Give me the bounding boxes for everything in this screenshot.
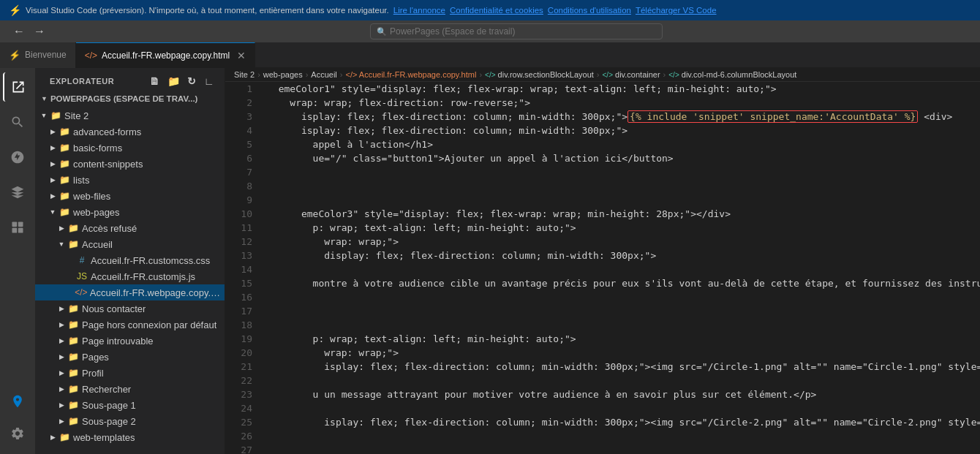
activity-search-icon[interactable] [3, 107, 32, 137]
announcement-link2[interactable]: Confidentialité et cookies [450, 6, 543, 15]
collapse-icon[interactable]: ∟ [203, 74, 216, 88]
code-line-26[interactable] [267, 429, 980, 443]
code-line-16[interactable] [267, 290, 980, 304]
tree-item-label: web-templates [73, 432, 135, 443]
template-highlight: {% include 'snippet' snippet_name:'Accou… [627, 110, 918, 123]
code-line-9[interactable] [267, 193, 980, 207]
code-line-13[interactable]: display: flex; flex-direction: column; m… [267, 249, 980, 262]
code-line-1[interactable]: emeColor1" style="display: flex; flex-wr… [267, 82, 980, 96]
tree-item-web-pages[interactable]: ▼📁web-pages [35, 204, 225, 220]
code-line-19[interactable]: p: wrap; text-align: left; min-height: a… [267, 332, 980, 346]
tree-item-sous-page-2[interactable]: ▶📁Sous-page 2 [35, 413, 225, 429]
breadcrumb-item-0[interactable]: Site 2 [234, 70, 255, 79]
tree-item-rechercher[interactable]: ▶📁Rechercher [35, 381, 225, 397]
new-folder-icon[interactable]: 📁 [166, 74, 182, 88]
tab-bar: ⚡ Bienvenue </> Accueil.fr-FR.webpage.co… [0, 42, 980, 68]
nav-forward-button[interactable]: → [31, 23, 48, 39]
folder-icon: 📁 [59, 431, 70, 443]
tree-item-label: web-files [73, 191, 110, 202]
code-line-14[interactable] [267, 262, 980, 276]
search-input[interactable] [390, 26, 536, 37]
tree-item-accueil.fr-fr.customcss.css[interactable]: #Accueil.fr-FR.customcss.css [35, 252, 225, 268]
breadcrumb-item-5[interactable]: </> div.container [603, 70, 660, 79]
code-line-23[interactable]: u un message attrayant pour motiver votr… [267, 387, 980, 401]
tree-item-accueil[interactable]: ▼📁Accueil [35, 236, 225, 252]
nav-back-button[interactable]: ← [10, 23, 28, 39]
workspace-label: POWERPAGES (ESPACE DE TRAV...) [50, 94, 198, 103]
code-line-3[interactable]: isplay: flex; flex-direction: column; mi… [267, 110, 980, 124]
code-line-8[interactable] [267, 179, 980, 193]
workspace-header[interactable]: ▼ POWERPAGES (ESPACE DE TRAV...) [35, 93, 225, 106]
code-line-25[interactable]: isplay: flex; flex-direction: column; mi… [267, 415, 980, 429]
refresh-icon[interactable]: ↻ [186, 74, 198, 88]
tab-accueil-copy[interactable]: </> Accueil.fr-FR.webpage.copy.html ✕ [76, 42, 256, 68]
tab-bienvenue[interactable]: ⚡ Bienvenue [0, 42, 76, 68]
code-line-11[interactable]: p: wrap; text-align: left; min-height: a… [267, 221, 980, 235]
code-content[interactable]: emeColor1" style="display: flex; flex-wr… [258, 82, 980, 454]
tree-item-label: Rechercher [82, 384, 131, 395]
tree-item-pages[interactable]: ▶📁Pages [35, 349, 225, 365]
tree-item-label: lists [73, 175, 89, 186]
code-line-6[interactable]: ue="/" class="button1">Ajouter un appel … [267, 151, 980, 165]
code-line-17[interactable] [267, 304, 980, 318]
tree-item-accès-refusé[interactable]: ▶📁Accès refusé [35, 220, 225, 236]
code-line-4[interactable]: isplay: flex; flex-direction: column; mi… [267, 124, 980, 137]
code-line-12[interactable]: wrap: wrap;"> [267, 235, 980, 249]
code-line-22[interactable] [267, 374, 980, 387]
folder-icon: 📁 [67, 238, 79, 250]
tree-item-basic-forms[interactable]: ▶📁basic-forms [35, 140, 225, 156]
tree-item-content-snippets[interactable]: ▶📁content-snippets [35, 156, 225, 172]
tree-item-page-hors-connexion-par-défaut[interactable]: ▶📁Page hors connexion par défaut [35, 317, 225, 333]
tree-item-profil[interactable]: ▶📁Profil [35, 365, 225, 381]
tree-arrow-icon: ▶ [47, 142, 59, 154]
tree-item-web-templates[interactable]: ▶📁web-templates [35, 429, 225, 445]
code-line-7[interactable] [267, 165, 980, 179]
code-line-18[interactable] [267, 318, 980, 332]
breadcrumb-item-3[interactable]: </> Accueil.fr-FR.webpage.copy.html [345, 70, 476, 79]
folder-icon: 📁 [59, 158, 70, 170]
tree-item-advanced-forms[interactable]: ▶📁advanced-forms [35, 124, 225, 140]
breadcrumb-item-1[interactable]: web-pages [263, 70, 303, 79]
search-bar[interactable]: 🔍 [370, 23, 663, 39]
tab-close-button[interactable]: ✕ [237, 50, 246, 61]
sidebar-header-icons: 🗎 📁 ↻ ∟ [148, 74, 216, 88]
code-line-20[interactable]: wrap: wrap;"> [267, 346, 980, 360]
announcement-link4[interactable]: Télécharger VS Code [636, 6, 717, 15]
announcement-link3[interactable]: Conditions d'utilisation [548, 6, 631, 15]
code-line-5[interactable]: appel à l'action</h1> [267, 137, 980, 151]
activity-git-icon[interactable] [3, 143, 32, 172]
activity-powerpages-icon[interactable] [3, 387, 32, 416]
tree-arrow-icon [64, 270, 76, 282]
tree-item-accueil.fr-fr.customjs.js[interactable]: JSAccueil.fr-FR.customjs.js [35, 268, 225, 284]
activity-debug-icon[interactable] [3, 178, 32, 207]
new-file-icon[interactable]: 🗎 [148, 74, 162, 88]
code-line-15[interactable]: montre à votre audience cible un avantag… [267, 276, 980, 290]
code-line-24[interactable] [267, 401, 980, 415]
breadcrumb-item-4[interactable]: </> div.row.sectionBlockLayout [485, 70, 594, 79]
code-line-21[interactable]: isplay: flex; flex-direction: column; mi… [267, 360, 980, 374]
code-line-27[interactable] [267, 443, 980, 454]
code-line-10[interactable]: emeColor3" style="display: flex; flex-wr… [267, 207, 980, 221]
announcement-link1[interactable]: Lire l'annonce [393, 6, 445, 15]
breadcrumb-item-2[interactable]: Accueil [311, 70, 336, 79]
tree-item-nous-contacter[interactable]: ▶📁Nous contacter [35, 300, 225, 317]
code-line-2[interactable]: wrap: wrap; flex-direction: row-reverse;… [267, 96, 980, 110]
tree-arrow-icon: ▶ [47, 126, 59, 137]
breadcrumb-sep-2: › [340, 70, 343, 79]
activity-explorer-icon[interactable] [3, 72, 32, 102]
tree-item-sous-page-1[interactable]: ▶📁Sous-page 1 [35, 397, 225, 413]
activity-settings-icon[interactable] [3, 419, 32, 448]
line-number-25: 25 [225, 415, 252, 429]
tree-item-page-introuvable[interactable]: ▶📁Page introuvable [35, 333, 225, 349]
tree-item-web-files[interactable]: ▶📁web-files [35, 188, 225, 204]
breadcrumb-item-6[interactable]: </> div.col-md-6.columnBlockLayout [668, 70, 796, 79]
tab-accueil-label: Accueil.fr-FR.webpage.copy.html [102, 50, 230, 61]
tree-item-site-2[interactable]: ▼📁Site 2 [35, 107, 225, 124]
tree-item-accueil.fr-fr.webpage.copy.html[interactable]: </>Accueil.fr-FR.webpage.copy.html [35, 284, 225, 300]
tree-arrow-icon: ▶ [47, 158, 59, 170]
tab-accueil-icon: </> [85, 50, 97, 61]
activity-extensions-icon[interactable] [3, 213, 32, 242]
tree-item-lists[interactable]: ▶📁lists [35, 172, 225, 188]
folder-icon: 📁 [50, 110, 61, 121]
editor-content[interactable]: 1234567891011121314151617181920212223242… [225, 82, 980, 454]
